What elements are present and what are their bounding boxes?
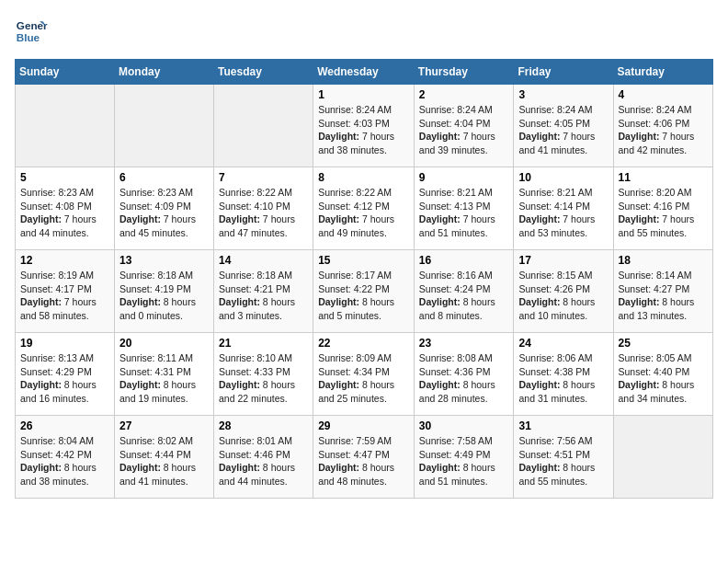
page-header: General Blue [15, 15, 713, 48]
calendar-cell: 5Sunrise: 8:23 AMSunset: 4:08 PMDaylight… [16, 167, 115, 250]
day-number: 25 [619, 337, 709, 350]
day-info: Sunrise: 8:21 AMSunset: 4:14 PMDaylight:… [518, 186, 608, 240]
day-info: Sunrise: 8:22 AMSunset: 4:12 PMDaylight:… [318, 186, 409, 240]
weekday-header-sunday: Sunday [16, 60, 115, 85]
weekday-header-friday: Friday [514, 60, 613, 85]
day-info: Sunrise: 8:24 AMSunset: 4:03 PMDaylight:… [318, 103, 409, 157]
calendar-cell: 17Sunrise: 8:15 AMSunset: 4:26 PMDayligh… [514, 250, 613, 333]
day-number: 19 [20, 337, 109, 350]
day-info: Sunrise: 8:09 AMSunset: 4:34 PMDaylight:… [318, 351, 409, 406]
weekday-header-wednesday: Wednesday [313, 60, 415, 85]
day-number: 18 [619, 254, 709, 267]
calendar-cell: 4Sunrise: 8:24 AMSunset: 4:06 PMDaylight… [613, 85, 713, 167]
calendar-cell: 15Sunrise: 8:17 AMSunset: 4:22 PMDayligh… [313, 250, 415, 333]
calendar-cell: 29Sunrise: 7:59 AMSunset: 4:47 PMDayligh… [313, 416, 415, 499]
calendar-cell: 30Sunrise: 7:58 AMSunset: 4:49 PMDayligh… [414, 416, 514, 499]
day-info: Sunrise: 8:16 AMSunset: 4:24 PMDaylight:… [419, 269, 509, 323]
day-number: 28 [219, 419, 308, 432]
day-info: Sunrise: 8:08 AMSunset: 4:36 PMDaylight:… [419, 351, 509, 406]
day-number: 31 [518, 419, 608, 432]
day-info: Sunrise: 8:14 AMSunset: 4:27 PMDaylight:… [619, 269, 709, 323]
day-info: Sunrise: 8:01 AMSunset: 4:46 PMDaylight:… [219, 434, 308, 488]
day-info: Sunrise: 8:20 AMSunset: 4:16 PMDaylight:… [619, 186, 709, 240]
day-number: 29 [318, 419, 409, 432]
calendar-cell: 19Sunrise: 8:13 AMSunset: 4:29 PMDayligh… [16, 333, 115, 416]
day-number: 8 [318, 171, 409, 184]
day-number: 13 [119, 254, 209, 267]
day-info: Sunrise: 8:19 AMSunset: 4:17 PMDaylight:… [20, 269, 109, 323]
calendar-cell: 12Sunrise: 8:19 AMSunset: 4:17 PMDayligh… [16, 250, 115, 333]
day-number: 11 [619, 171, 709, 184]
calendar-cell: 23Sunrise: 8:08 AMSunset: 4:36 PMDayligh… [414, 333, 514, 416]
day-info: Sunrise: 8:05 AMSunset: 4:40 PMDaylight:… [619, 351, 709, 406]
day-info: Sunrise: 8:24 AMSunset: 4:06 PMDaylight:… [619, 103, 709, 157]
day-info: Sunrise: 8:06 AMSunset: 4:38 PMDaylight:… [518, 351, 608, 406]
calendar-cell [214, 85, 313, 167]
weekday-header-row: SundayMondayTuesdayWednesdayThursdayFrid… [16, 60, 713, 85]
calendar-cell: 2Sunrise: 8:24 AMSunset: 4:04 PMDaylight… [414, 85, 514, 167]
day-number: 23 [419, 337, 509, 350]
weekday-header-monday: Monday [115, 60, 214, 85]
day-number: 20 [119, 337, 209, 350]
day-number: 21 [219, 337, 308, 350]
calendar-cell: 25Sunrise: 8:05 AMSunset: 4:40 PMDayligh… [613, 333, 713, 416]
day-info: Sunrise: 7:56 AMSunset: 4:51 PMDaylight:… [518, 434, 608, 488]
calendar-table: SundayMondayTuesdayWednesdayThursdayFrid… [15, 59, 713, 499]
day-info: Sunrise: 8:23 AMSunset: 4:09 PMDaylight:… [119, 186, 209, 240]
calendar-cell: 6Sunrise: 8:23 AMSunset: 4:09 PMDaylight… [115, 167, 214, 250]
calendar-cell: 10Sunrise: 8:21 AMSunset: 4:14 PMDayligh… [514, 167, 613, 250]
calendar-cell: 27Sunrise: 8:02 AMSunset: 4:44 PMDayligh… [115, 416, 214, 499]
day-info: Sunrise: 8:10 AMSunset: 4:33 PMDaylight:… [219, 351, 308, 406]
svg-text:Blue: Blue [17, 31, 40, 43]
calendar-cell [613, 416, 713, 499]
day-number: 22 [318, 337, 409, 350]
weekday-header-saturday: Saturday [613, 60, 713, 85]
svg-text:General: General [17, 19, 48, 31]
calendar-cell: 31Sunrise: 7:56 AMSunset: 4:51 PMDayligh… [514, 416, 613, 499]
day-number: 10 [518, 171, 608, 184]
calendar-cell: 24Sunrise: 8:06 AMSunset: 4:38 PMDayligh… [514, 333, 613, 416]
calendar-cell: 28Sunrise: 8:01 AMSunset: 4:46 PMDayligh… [214, 416, 313, 499]
calendar-cell: 26Sunrise: 8:04 AMSunset: 4:42 PMDayligh… [16, 416, 115, 499]
calendar-cell [115, 85, 214, 167]
day-number: 14 [219, 254, 308, 267]
day-info: Sunrise: 8:23 AMSunset: 4:08 PMDaylight:… [20, 186, 109, 240]
calendar-cell: 20Sunrise: 8:11 AMSunset: 4:31 PMDayligh… [115, 333, 214, 416]
day-number: 6 [119, 171, 209, 184]
day-number: 1 [318, 88, 409, 101]
logo: General Blue [15, 15, 51, 48]
day-number: 5 [20, 171, 109, 184]
calendar-cell: 18Sunrise: 8:14 AMSunset: 4:27 PMDayligh… [613, 250, 713, 333]
day-info: Sunrise: 8:24 AMSunset: 4:05 PMDaylight:… [518, 103, 608, 157]
calendar-cell: 8Sunrise: 8:22 AMSunset: 4:12 PMDaylight… [313, 167, 415, 250]
calendar-cell: 14Sunrise: 8:18 AMSunset: 4:21 PMDayligh… [214, 250, 313, 333]
calendar-cell: 13Sunrise: 8:18 AMSunset: 4:19 PMDayligh… [115, 250, 214, 333]
day-info: Sunrise: 8:18 AMSunset: 4:19 PMDaylight:… [119, 269, 209, 323]
day-number: 17 [518, 254, 608, 267]
calendar-week-row: 1Sunrise: 8:24 AMSunset: 4:03 PMDaylight… [16, 85, 713, 167]
calendar-week-row: 26Sunrise: 8:04 AMSunset: 4:42 PMDayligh… [16, 416, 713, 499]
calendar-cell: 21Sunrise: 8:10 AMSunset: 4:33 PMDayligh… [214, 333, 313, 416]
calendar-cell: 7Sunrise: 8:22 AMSunset: 4:10 PMDaylight… [214, 167, 313, 250]
day-number: 9 [419, 171, 509, 184]
day-number: 12 [20, 254, 109, 267]
day-number: 3 [518, 88, 608, 101]
day-number: 30 [419, 419, 509, 432]
calendar-week-row: 19Sunrise: 8:13 AMSunset: 4:29 PMDayligh… [16, 333, 713, 416]
day-number: 4 [619, 88, 709, 101]
day-info: Sunrise: 8:24 AMSunset: 4:04 PMDaylight:… [419, 103, 509, 157]
calendar-cell [16, 85, 115, 167]
calendar-cell: 3Sunrise: 8:24 AMSunset: 4:05 PMDaylight… [514, 85, 613, 167]
logo-icon: General Blue [15, 15, 48, 48]
day-info: Sunrise: 7:59 AMSunset: 4:47 PMDaylight:… [318, 434, 409, 488]
day-number: 26 [20, 419, 109, 432]
calendar-cell: 9Sunrise: 8:21 AMSunset: 4:13 PMDaylight… [414, 167, 514, 250]
day-number: 16 [419, 254, 509, 267]
weekday-header-tuesday: Tuesday [214, 60, 313, 85]
day-number: 27 [119, 419, 209, 432]
calendar-cell: 11Sunrise: 8:20 AMSunset: 4:16 PMDayligh… [613, 167, 713, 250]
day-info: Sunrise: 7:58 AMSunset: 4:49 PMDaylight:… [419, 434, 509, 488]
day-number: 7 [219, 171, 308, 184]
day-info: Sunrise: 8:13 AMSunset: 4:29 PMDaylight:… [20, 351, 109, 406]
day-number: 2 [419, 88, 509, 101]
